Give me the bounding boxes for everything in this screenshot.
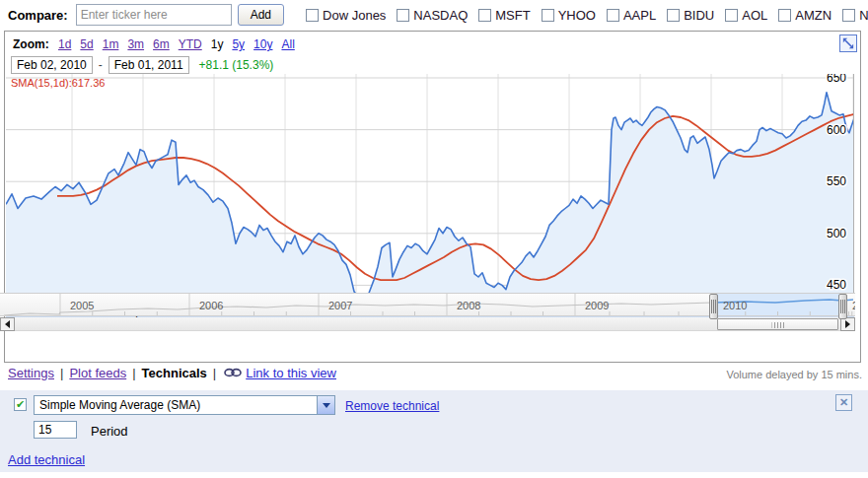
period-label: Period	[91, 424, 128, 439]
ticker-input[interactable]	[76, 4, 232, 26]
y-axis-label: 450	[827, 278, 846, 292]
price-chart-svg: 650600550500450	[6, 74, 854, 304]
checkbox-unchecked[interactable]	[607, 9, 619, 22]
timeline-svg: 2005200620072008200920102011	[0, 294, 855, 315]
checkbox-unchecked[interactable]	[306, 9, 319, 22]
handle-grip-icon	[840, 300, 845, 313]
ticker-checkbox-item[interactable]: YHOO	[542, 8, 596, 23]
ticker-checkbox-item[interactable]: AAPL	[607, 8, 656, 23]
timeline-scrollbar-thumb[interactable]	[717, 318, 838, 330]
close-icon: ✕	[839, 396, 848, 408]
zoom-option-5d[interactable]: 5d	[80, 37, 93, 51]
zoom-label: Zoom:	[13, 37, 49, 51]
checkbox-unchecked[interactable]	[542, 9, 554, 22]
thumb-grip-icon	[771, 322, 784, 328]
left-arrow-icon	[5, 320, 10, 328]
zoom-option-3m[interactable]: 3m	[127, 37, 144, 51]
google-finance-chart-page: Compare: Add Dow JonesNASDAQMSFTYHOOAAPL…	[0, 0, 868, 478]
year-label: 2009	[585, 300, 609, 311]
separator: |	[213, 366, 216, 380]
y-axis-label: 500	[827, 227, 846, 240]
range-handle-right[interactable]	[838, 294, 847, 319]
ticker-label: NOK	[859, 8, 868, 23]
technical-type-dropdown[interactable]: Simple Moving Average (SMA)	[34, 395, 335, 415]
ticker-label: AOL	[742, 8, 767, 23]
zoom-toolbar: Zoom: 1d5d1m3m6mYTD1y5y10yAll	[13, 37, 304, 51]
checkbox-unchecked[interactable]	[667, 9, 680, 22]
dropdown-arrow-button[interactable]	[317, 396, 334, 414]
right-arrow-icon	[845, 320, 850, 328]
technical-enabled-checkbox[interactable]: ✔	[14, 398, 27, 411]
ticker-checkbox-item[interactable]: Dow Jones	[306, 8, 386, 23]
diagonal-resize-icon	[842, 37, 854, 49]
remove-technical-link[interactable]: Remove technical	[345, 399, 439, 413]
date-to-field[interactable]: Feb 01, 2011	[108, 56, 189, 74]
technicals-tab-current: Technicals	[142, 366, 207, 380]
period-input[interactable]	[34, 421, 77, 439]
checkbox-unchecked[interactable]	[478, 9, 491, 22]
ticker-checkbox-item[interactable]: BIDU	[667, 8, 714, 23]
year-label: 2008	[457, 300, 480, 311]
ticker-label: AMZN	[795, 8, 832, 23]
expand-chart-button[interactable]	[839, 34, 857, 52]
ticker-checkbox-item[interactable]: MSFT	[478, 8, 530, 23]
date-range-row: Feb 02, 2010 - Feb 01, 2011 +81.1 (15.3%…	[11, 56, 273, 74]
y-axis-label: 550	[827, 174, 846, 188]
ticker-checkbox-item[interactable]: NOK	[842, 8, 868, 23]
year-label: 2006	[199, 300, 223, 311]
price-chart-plot[interactable]: 650600550500450	[6, 74, 854, 304]
zoom-option-10y[interactable]: 10y	[253, 37, 272, 51]
compare-bar: Compare: Add Dow JonesNASDAQMSFTYHOOAAPL…	[0, 0, 868, 30]
ticker-label: NASDAQ	[413, 8, 468, 23]
checkbox-unchecked[interactable]	[842, 9, 855, 22]
add-button[interactable]: Add	[238, 4, 284, 26]
zoom-option-5y[interactable]: 5y	[232, 37, 245, 51]
dropdown-selected-value: Simple Moving Average (SMA)	[35, 398, 317, 412]
timeline-range-selector[interactable]: 2005200620072008200920102011	[0, 293, 855, 316]
technical-panel: ✔ Simple Moving Average (SMA) Remove tec…	[0, 390, 868, 472]
year-label: 2005	[70, 300, 94, 311]
price-change-text: +81.1 (15.3%)	[199, 58, 274, 72]
scroll-right-button[interactable]	[840, 317, 855, 331]
chevron-down-icon	[323, 403, 330, 408]
scroll-left-button[interactable]	[0, 317, 15, 331]
year-label: 2011	[852, 300, 855, 311]
handle-grip-icon	[711, 300, 716, 313]
separator: |	[132, 366, 135, 380]
price-area-fill	[6, 93, 854, 304]
settings-link[interactable]: Settings	[8, 366, 54, 380]
range-handle-left[interactable]	[709, 294, 718, 319]
chain-link-icon	[224, 366, 242, 380]
zoom-option-1d[interactable]: 1d	[58, 37, 71, 51]
ticker-label: BIDU	[684, 8, 714, 23]
year-label: 2007	[328, 300, 352, 311]
checkbox-unchecked[interactable]	[397, 9, 409, 22]
zoom-option-All[interactable]: All	[281, 37, 294, 51]
volume-delay-note: Volume delayed by 15 mins.	[726, 369, 862, 380]
plot-feeds-link[interactable]: Plot feeds	[69, 366, 126, 380]
checkbox-unchecked[interactable]	[778, 9, 791, 22]
sma-value-label: SMA(15,1d):617.36	[11, 77, 105, 89]
date-from-field[interactable]: Feb 02, 2010	[11, 56, 93, 74]
compare-label: Compare:	[8, 8, 68, 23]
checkbox-unchecked[interactable]	[725, 9, 738, 22]
ticker-label: YHOO	[558, 8, 596, 23]
add-technical-link[interactable]: Add technical	[8, 452, 85, 467]
ticker-label: MSFT	[495, 8, 530, 23]
ticker-label: AAPL	[623, 8, 656, 23]
date-separator: -	[99, 58, 103, 72]
ticker-checkbox-item[interactable]: AMZN	[778, 8, 832, 23]
ticker-checkbox-item[interactable]: NASDAQ	[397, 8, 468, 23]
link-to-this-view-link[interactable]: Link to this view	[246, 366, 336, 380]
zoom-option-1m[interactable]: 1m	[103, 37, 119, 51]
zoom-option-6m[interactable]: 6m	[153, 37, 170, 51]
separator: |	[60, 366, 63, 380]
chart-footer-links: Settings | Plot feeds | Technicals | Lin…	[8, 366, 336, 380]
ticker-checkbox-item[interactable]: AOL	[725, 8, 767, 23]
close-panel-button[interactable]: ✕	[835, 394, 852, 411]
zoom-option-YTD[interactable]: YTD	[179, 37, 202, 51]
y-axis-label: 600	[827, 123, 846, 137]
y-axis-label: 650	[827, 74, 846, 85]
year-label: 2010	[723, 300, 747, 311]
zoom-option-1y: 1y	[211, 37, 224, 51]
